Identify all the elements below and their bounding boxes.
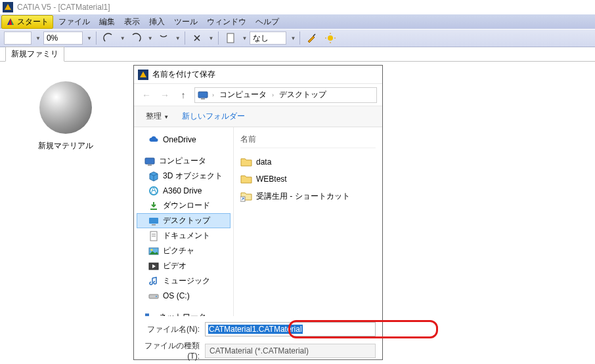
dialog-fields: ファイル名(N): CATMaterial1.CATMaterial ファイルの… [134, 316, 382, 364]
dialog-toolbar: 整理 ▼ 新しいフォルダー [134, 106, 382, 127]
filename-row: ファイル名(N): CATMaterial1.CATMaterial [141, 320, 376, 338]
folder-tree: OneDrive コンピュータ 3D オブジェクト A A360 Drive [134, 127, 234, 316]
crumb-desktop[interactable]: デスクトップ [278, 89, 328, 100]
list-item[interactable]: data [240, 153, 376, 171]
svg-point-24 [151, 249, 153, 251]
chevron-down-icon[interactable]: ▼ [290, 35, 296, 41]
menu-tools[interactable]: ツール [170, 15, 202, 29]
chevron-down-icon[interactable]: ▼ [35, 35, 41, 41]
title-bar: CATIA V5 - [CATMaterial1] [0, 0, 595, 14]
brush-icon[interactable] [304, 31, 320, 45]
crumb-computer[interactable]: コンピュータ [218, 89, 268, 100]
tree-3d-objects[interactable]: 3D オブジェクト [137, 169, 231, 184]
chevron-down-icon[interactable]: ▼ [148, 35, 153, 41]
menu-bar: スタート ファイル 編集 表示 挿入 ツール ウィンドウ ヘルプ [0, 14, 595, 29]
tab-new-family[interactable]: 新規ファミリ [5, 47, 64, 62]
start-button[interactable]: スタート [1, 15, 53, 29]
filename-value: CATMaterial1.CATMaterial [208, 325, 303, 334]
page-icon[interactable] [223, 31, 238, 45]
up-button[interactable]: ↑ [176, 88, 190, 102]
tree-music[interactable]: ミュージック [137, 273, 231, 289]
tree-pictures[interactable]: ピクチャ [137, 243, 231, 258]
cube-icon [148, 171, 159, 182]
network-icon [144, 312, 155, 317]
tree-documents[interactable]: ドキュメント [137, 228, 231, 243]
dialog-nav: ← → ↑ › コンピュータ › デスクトップ [134, 84, 382, 106]
tree-network[interactable]: ネットワーク [137, 310, 231, 316]
chevron-down-icon[interactable]: ▼ [209, 35, 214, 41]
svg-text:A: A [151, 186, 156, 195]
percent-field[interactable]: 0% [43, 31, 83, 45]
tree-os-drive[interactable]: OS (C:) [137, 289, 231, 303]
svg-rect-14 [148, 165, 152, 166]
menu-window[interactable]: ウィンドウ [203, 15, 250, 29]
material-preview[interactable]: 新規マテリアル [26, 81, 105, 152]
column-header-name[interactable]: 名前 [240, 131, 376, 148]
start-icon [6, 17, 15, 26]
monitor-icon [198, 90, 208, 100]
start-label: スタート [17, 16, 49, 28]
filename-input[interactable]: CATMaterial1.CATMaterial [205, 322, 376, 336]
svg-point-28 [156, 296, 157, 297]
chevron-down-icon[interactable]: ▼ [120, 35, 125, 41]
tab-strip: 新規ファミリ [0, 47, 595, 62]
folder-icon [240, 156, 252, 168]
filetype-row: ファイルの種類(T): CATMaterial (*.CATMaterial) [141, 338, 376, 363]
window-title: CATIA V5 - [CATMaterial1] [17, 3, 110, 12]
chevron-right-icon: › [211, 92, 215, 98]
filename-label: ファイル名(N): [141, 324, 200, 335]
list-item[interactable]: 受講生用 - ショートカット [240, 188, 376, 205]
tree-onedrive[interactable]: OneDrive [137, 132, 231, 147]
arc-left-icon[interactable] [100, 31, 116, 45]
arc-bottom-icon[interactable] [156, 31, 171, 45]
svg-rect-19 [152, 224, 156, 226]
svg-rect-12 [201, 98, 205, 100]
tree-downloads[interactable]: ダウンロード [137, 198, 231, 213]
menu-view[interactable]: 表示 [120, 15, 144, 29]
menu-file[interactable]: ファイル [55, 15, 94, 29]
back-button[interactable]: ← [139, 88, 154, 102]
tree-desktop[interactable]: デスクトップ [137, 213, 231, 228]
fill-none-field[interactable]: なし [250, 31, 286, 45]
video-icon [148, 261, 159, 272]
filetype-value: CATMaterial (*.CATMaterial) [209, 346, 309, 355]
dialog-title: 名前を付けて保存 [152, 69, 215, 80]
document-icon [148, 231, 159, 241]
filetype-dropdown[interactable]: CATMaterial (*.CATMaterial) [205, 344, 376, 358]
chevron-down-icon[interactable]: ▼ [87, 35, 92, 41]
menu-help[interactable]: ヘルプ [252, 15, 283, 29]
chevron-down-icon[interactable]: ▼ [242, 35, 248, 41]
picture-icon [148, 246, 159, 256]
workspace: 新規マテリアル 名前を付けて保存 ← → ↑ › コンピュータ › デスクトップ [0, 62, 595, 364]
chevron-down-icon[interactable]: ▼ [175, 35, 181, 41]
breadcrumb[interactable]: › コンピュータ › デスクトップ [194, 87, 377, 103]
cloud-icon [148, 134, 159, 145]
svg-point-5 [328, 35, 333, 41]
shortcut-icon [240, 190, 252, 202]
menu-edit[interactable]: 編集 [95, 15, 119, 29]
sphere-icon [39, 81, 92, 134]
forward-button[interactable]: → [158, 88, 172, 102]
svg-rect-17 [150, 209, 157, 210]
svg-rect-13 [145, 158, 154, 164]
svg-rect-4 [227, 33, 234, 43]
tree-videos[interactable]: ビデオ [137, 258, 231, 273]
toolbar: ▼ 0%▼ ▼ ▼ ▼ ▼ ▼ なし▼ [0, 29, 595, 47]
color-swatch[interactable] [4, 31, 32, 45]
new-folder-button[interactable]: 新しいフォルダー [177, 109, 250, 124]
app-icon [3, 2, 13, 12]
menu-insert[interactable]: 挿入 [145, 15, 169, 29]
arc-right-icon[interactable] [128, 31, 144, 45]
svg-rect-11 [198, 92, 208, 98]
cross-icon[interactable] [189, 31, 205, 45]
organize-button[interactable]: 整理 ▼ [141, 109, 174, 124]
chevron-right-icon: › [271, 92, 275, 98]
desktop-icon [148, 216, 159, 226]
sun-icon[interactable] [322, 31, 338, 45]
drive-icon [148, 291, 159, 301]
a360-icon: A [148, 186, 159, 196]
tree-a360[interactable]: A A360 Drive [137, 184, 231, 198]
list-item[interactable]: WEBtest [240, 171, 376, 188]
tree-computer[interactable]: コンピュータ [137, 153, 231, 169]
monitor-icon [144, 156, 155, 167]
